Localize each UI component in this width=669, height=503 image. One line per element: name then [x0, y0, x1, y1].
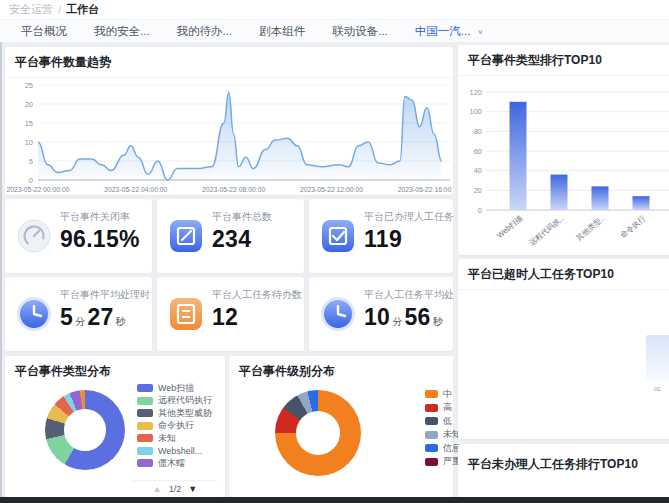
- legend-item[interactable]: 未知: [425, 429, 461, 442]
- stat-label: 平台已办理人工任务数: [364, 210, 454, 224]
- legend-label: 中: [443, 388, 452, 401]
- y-axis-tick-label: 120: [469, 88, 482, 97]
- legend-swatch-icon: [137, 397, 153, 405]
- legend-page-indicator: 1/2: [169, 484, 182, 494]
- gauge-icon: [16, 218, 52, 254]
- event-trend-chart: 05101520252023-05-22 00:00:002023-05-22 …: [6, 78, 452, 198]
- stat-value: 234: [212, 226, 251, 253]
- legend-label: 未知: [158, 432, 176, 445]
- bar: [510, 102, 527, 210]
- legend-label: 命令执行: [158, 419, 194, 432]
- y-axis-tick-label: 15: [25, 119, 33, 128]
- event-document-icon: [168, 218, 204, 254]
- breadcrumb-current: 工作台: [66, 2, 99, 17]
- stat-card-avg-event-time: 平台事件平均处理时间 5分27秒: [5, 277, 152, 351]
- clock-icon: [16, 296, 52, 332]
- legend-item[interactable]: 命令执行: [137, 420, 212, 433]
- todo-list-icon: [168, 296, 204, 332]
- y-axis-tick-label: 100: [469, 107, 482, 116]
- stat-label: 平台人工任务平均处理..: [364, 288, 454, 302]
- x-axis-tick-label: Web扫描: [495, 213, 524, 240]
- legend-label: Webshell...: [158, 446, 202, 456]
- legend-label: 其他类型威胁: [158, 407, 212, 420]
- window-bottom-edge: [0, 497, 669, 503]
- event-level-distribution-title: 平台事件级别分布: [229, 356, 453, 386]
- legend-item[interactable]: 未知: [137, 432, 212, 445]
- y-axis-tick-label: 20: [25, 100, 33, 109]
- stat-value: 12: [212, 304, 238, 331]
- stat-card-handled-tasks: 平台已办理人工任务数 119: [309, 199, 453, 273]
- stat-label: 平台事件关闭率: [60, 210, 130, 224]
- legend-item[interactable]: 严重: [425, 456, 461, 469]
- legend-swatch-icon: [425, 444, 438, 452]
- legend-label: Web扫描: [158, 382, 194, 395]
- event-trend-title: 平台事件数量趋势: [5, 47, 453, 78]
- legend-item[interactable]: 信息: [425, 442, 461, 455]
- legend-page-down-icon[interactable]: ▼: [188, 484, 197, 494]
- stat-value: 5分27秒: [60, 304, 128, 331]
- legend-item[interactable]: 中: [425, 388, 461, 401]
- breadcrumb-section[interactable]: 安全运营: [9, 2, 53, 17]
- legend-label: 低: [443, 415, 452, 428]
- bar: [592, 186, 609, 210]
- event-level-donut-chart: [275, 390, 361, 476]
- tab-my-todo[interactable]: 我的待办...: [177, 24, 233, 39]
- stat-label: 平台事件平均处理时间: [60, 288, 150, 302]
- legend-swatch-icon: [137, 459, 153, 467]
- event-type-donut-chart: [45, 390, 125, 470]
- task-check-icon: [320, 218, 356, 254]
- legend-swatch-icon: [137, 434, 153, 442]
- x-axis-tick-label: 远程代码执..: [528, 214, 566, 248]
- tab-tenant-selector[interactable]: 中国一汽... ∨: [415, 24, 484, 39]
- breadcrumb: 安全运营 / 工作台: [0, 0, 669, 19]
- legend-swatch-icon: [137, 384, 153, 392]
- tab-platform-overview[interactable]: 平台概况: [21, 24, 67, 39]
- x-axis-tick-label: 命令执行: [619, 213, 648, 239]
- legend-item[interactable]: 高: [425, 402, 461, 415]
- legend-swatch-icon: [425, 404, 438, 412]
- y-axis-tick-label: 20: [474, 186, 482, 195]
- x-axis-tick-label: 2023-05-22 00:00:00: [6, 186, 69, 193]
- pending-tasks-title: 平台未办理人工任务排行TOP10: [458, 444, 669, 479]
- stat-card-close-rate: 平台事件关闭率 96.15%: [5, 199, 152, 273]
- legend-label: 高: [443, 401, 452, 414]
- event-level-distribution-card: 平台事件级别分布 中高低未知信息严重: [229, 356, 453, 497]
- bar: [551, 175, 568, 210]
- legend-item[interactable]: Webshell...: [137, 445, 212, 458]
- stat-label: 平台人工任务待办数: [212, 288, 302, 302]
- legend-item[interactable]: Web扫描: [137, 382, 212, 395]
- tab-tenant-label: 中国一汽...: [415, 25, 471, 37]
- y-axis-tick-label: 10: [25, 138, 33, 147]
- event-type-distribution-card: 平台事件类型分布 Web扫描远程代码执行其他类型威胁命令执行未知Webshell…: [5, 356, 225, 497]
- y-axis-tick-label: 40: [474, 166, 482, 175]
- window-left-border: [0, 42, 2, 497]
- clock-icon: [320, 296, 356, 332]
- x-axis-tick-label: 2023-05-22 08:00:00: [202, 186, 265, 193]
- event-type-top10-title: 平台事件类型排行TOP10: [458, 45, 669, 76]
- legend-item[interactable]: 其他类型威胁: [137, 407, 212, 420]
- event-type-top10-card: 平台事件类型排行TOP10 020406080100120Web扫描远程代码执.…: [458, 45, 669, 255]
- legend-page-up-icon[interactable]: ▲: [153, 484, 162, 494]
- stat-value: 96.15%: [60, 226, 140, 253]
- tab-my-security[interactable]: 我的安全...: [94, 24, 150, 39]
- legend-swatch-icon: [425, 390, 438, 398]
- y-axis-tick-label: 60: [474, 147, 482, 156]
- legend-item[interactable]: 低: [425, 415, 461, 428]
- legend-swatch-icon: [137, 409, 153, 417]
- stat-value: 119: [364, 226, 402, 253]
- legend-label: 远程代码执行: [158, 394, 212, 407]
- y-axis-tick-label: 5: [29, 157, 33, 166]
- event-type-top10-chart: 020406080100120Web扫描远程代码执..其他类型..命令执行: [458, 76, 669, 260]
- tab-bar: 平台概况 我的安全... 我的待办... 剧本组件 联动设备... 中国一汽..…: [0, 19, 669, 42]
- stat-card-avg-task-time: 平台人工任务平均处理.. 10分56秒: [309, 277, 453, 351]
- tab-linked-devices[interactable]: 联动设备...: [332, 24, 388, 39]
- stat-card-total-events: 平台事件总数 234: [157, 199, 304, 273]
- legend-item[interactable]: 远程代码执行: [137, 395, 212, 408]
- legend-item[interactable]: 僵木蠕: [137, 457, 212, 470]
- overtime-tasks-card: 平台已超时人工任务TOP10 oc: [458, 259, 669, 439]
- x-axis-tick-label: 2023-05-22 12:00:00: [300, 186, 363, 193]
- legend-swatch-icon: [137, 447, 153, 455]
- y-axis-tick-label: 25: [25, 81, 33, 90]
- tab-playbook-components[interactable]: 剧本组件: [259, 24, 305, 39]
- x-axis-tick-label: 2023-05-22 16:00:00: [398, 186, 452, 193]
